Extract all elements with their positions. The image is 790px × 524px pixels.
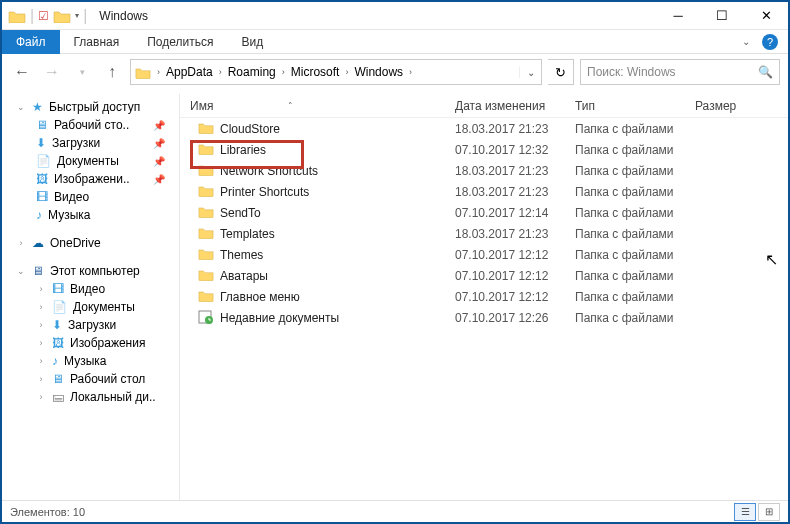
- folder-icon: [198, 247, 214, 263]
- chevron-right-icon[interactable]: ›: [155, 67, 162, 77]
- chevron-right-icon[interactable]: ›: [343, 67, 350, 77]
- table-row[interactable]: Главное меню07.10.2017 12:12Папка с файл…: [180, 286, 788, 307]
- folder-icon: [198, 205, 214, 221]
- sidebar-item[interactable]: 📄Документы📌: [2, 152, 179, 170]
- tab-share[interactable]: Поделиться: [133, 31, 227, 53]
- folder-icon: [198, 310, 214, 326]
- expand-icon[interactable]: ›: [36, 284, 46, 294]
- file-type: Папка с файлами: [575, 227, 705, 241]
- up-button[interactable]: ↑: [100, 60, 124, 84]
- sidebar-quick-access[interactable]: ⌄ ★ Быстрый доступ: [2, 98, 179, 116]
- sidebar-item[interactable]: 🖼Изображени..📌: [2, 170, 179, 188]
- sidebar-onedrive[interactable]: › ☁ OneDrive: [2, 234, 179, 252]
- tab-home[interactable]: Главная: [60, 31, 134, 53]
- table-row[interactable]: Аватары07.10.2017 12:12Папка с файлами: [180, 265, 788, 286]
- table-row[interactable]: Printer Shortcuts18.03.2017 21:23Папка с…: [180, 181, 788, 202]
- table-row[interactable]: Network Shortcuts18.03.2017 21:23Папка с…: [180, 160, 788, 181]
- table-row[interactable]: Недавние документы07.10.2017 12:26Папка …: [180, 307, 788, 328]
- address-dropdown-icon[interactable]: ⌄: [519, 67, 541, 78]
- collapse-icon[interactable]: ⌄: [16, 102, 26, 112]
- close-button[interactable]: ✕: [744, 2, 788, 30]
- column-name[interactable]: Имя˄: [180, 99, 455, 113]
- recent-dropdown-icon[interactable]: ▾: [70, 60, 94, 84]
- chevron-right-icon[interactable]: ›: [217, 67, 224, 77]
- forward-button[interactable]: →: [40, 60, 64, 84]
- minimize-button[interactable]: ─: [656, 2, 700, 30]
- crumb-roaming[interactable]: Roaming: [224, 65, 280, 79]
- chevron-right-icon[interactable]: ›: [407, 67, 414, 77]
- table-row[interactable]: CloudStore18.03.2017 21:23Папка с файлам…: [180, 118, 788, 139]
- search-icon[interactable]: 🔍: [758, 65, 773, 79]
- sidebar-this-pc[interactable]: ⌄ 🖥 Этот компьютер: [2, 262, 179, 280]
- expand-icon[interactable]: ›: [36, 392, 46, 402]
- pictures-icon: 🖼: [36, 172, 48, 186]
- crumb-windows[interactable]: Windows: [350, 65, 407, 79]
- view-icons-button[interactable]: ⊞: [758, 503, 780, 521]
- column-date[interactable]: Дата изменения: [455, 99, 575, 113]
- table-row[interactable]: Templates18.03.2017 21:23Папка с файлами: [180, 223, 788, 244]
- table-row[interactable]: SendTo07.10.2017 12:14Папка с файлами: [180, 202, 788, 223]
- qat-checkbox-icon[interactable]: ☑: [38, 9, 49, 23]
- collapse-icon[interactable]: ⌄: [16, 266, 26, 276]
- file-type: Папка с файлами: [575, 143, 705, 157]
- documents-icon: 📄: [52, 300, 67, 314]
- refresh-button[interactable]: ↻: [548, 59, 574, 85]
- sidebar-item[interactable]: 🎞Видео: [2, 188, 179, 206]
- music-icon: ♪: [52, 354, 58, 368]
- titlebar: | ☑ ▾ | Windows ─ ☐ ✕: [2, 2, 788, 30]
- expand-icon[interactable]: ›: [36, 338, 46, 348]
- sidebar-item-label: Видео: [54, 190, 89, 204]
- downloads-icon: ⬇: [52, 318, 62, 332]
- help-icon[interactable]: ?: [762, 34, 778, 50]
- sidebar-item[interactable]: ⬇Загрузки📌: [2, 134, 179, 152]
- file-type: Папка с файлами: [575, 248, 705, 262]
- sidebar-item[interactable]: ›🖼Изображения: [2, 334, 179, 352]
- sidebar-item[interactable]: ♪Музыка: [2, 206, 179, 224]
- file-date: 07.10.2017 12:12: [455, 248, 575, 262]
- sidebar-item[interactable]: ›⬇Загрузки: [2, 316, 179, 334]
- qat-dropdown-icon[interactable]: ▾: [75, 11, 79, 20]
- pin-icon: 📌: [153, 138, 175, 149]
- expand-icon[interactable]: ›: [36, 374, 46, 384]
- qat-separator: |: [30, 7, 34, 25]
- crumb-appdata[interactable]: AppData: [162, 65, 217, 79]
- sidebar-item[interactable]: ›📄Документы: [2, 298, 179, 316]
- column-size[interactable]: Размер: [695, 99, 775, 113]
- onedrive-icon: ☁: [32, 236, 44, 250]
- table-row[interactable]: Themes07.10.2017 12:12Папка с файлами: [180, 244, 788, 265]
- back-button[interactable]: ←: [10, 60, 34, 84]
- table-row[interactable]: Libraries07.10.2017 12:32Папка с файлами: [180, 139, 788, 160]
- expand-icon[interactable]: ›: [36, 356, 46, 366]
- column-type[interactable]: Тип: [575, 99, 695, 113]
- address-bar[interactable]: › AppData › Roaming › Microsoft › Window…: [130, 59, 542, 85]
- maximize-button[interactable]: ☐: [700, 2, 744, 30]
- chevron-right-icon[interactable]: ›: [280, 67, 287, 77]
- ribbon-collapse-icon[interactable]: ⌄: [742, 36, 750, 47]
- sidebar-item-label: Музыка: [48, 208, 90, 222]
- view-details-button[interactable]: ☰: [734, 503, 756, 521]
- file-name: Network Shortcuts: [220, 164, 318, 178]
- content-pane: Имя˄ Дата изменения Тип Размер CloudStor…: [180, 94, 788, 500]
- expand-icon[interactable]: ›: [36, 320, 46, 330]
- sidebar-item[interactable]: ›🎞Видео: [2, 280, 179, 298]
- file-type: Папка с файлами: [575, 269, 705, 283]
- sidebar-item[interactable]: ›🖴Локальный ди..: [2, 388, 179, 406]
- sidebar-item[interactable]: ›🖥Рабочий стол: [2, 370, 179, 388]
- file-type: Папка с файлами: [575, 206, 705, 220]
- sidebar-item-label: Музыка: [64, 354, 106, 368]
- sidebar-item-label: Рабочий сто..: [54, 118, 129, 132]
- file-list[interactable]: CloudStore18.03.2017 21:23Папка с файлам…: [180, 118, 788, 500]
- sidebar-item[interactable]: 🖥Рабочий сто..📌: [2, 116, 179, 134]
- sidebar-item-label: Локальный ди..: [70, 390, 156, 404]
- expand-icon[interactable]: ›: [16, 238, 26, 248]
- tab-view[interactable]: Вид: [227, 31, 277, 53]
- file-tab[interactable]: Файл: [2, 30, 60, 54]
- file-name: Недавние документы: [220, 311, 339, 325]
- sidebar-item[interactable]: ›♪Музыка: [2, 352, 179, 370]
- search-input[interactable]: Поиск: Windows 🔍: [580, 59, 780, 85]
- crumb-microsoft[interactable]: Microsoft: [287, 65, 344, 79]
- qat-folder-icon[interactable]: [53, 9, 71, 23]
- folder-icon: [198, 142, 214, 158]
- navigation-pane[interactable]: ⌄ ★ Быстрый доступ 🖥Рабочий сто..📌⬇Загру…: [2, 94, 180, 500]
- expand-icon[interactable]: ›: [36, 302, 46, 312]
